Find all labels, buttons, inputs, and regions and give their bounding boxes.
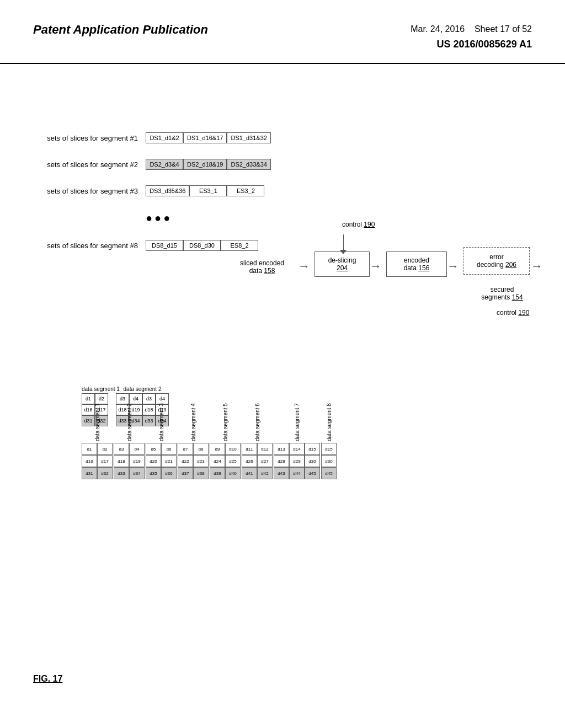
cell-3-0-1: d6 bbox=[161, 443, 177, 455]
ds2-box1: DS2_d3&4 bbox=[146, 159, 183, 170]
encoded-data-box: encodeddata 156 bbox=[386, 251, 447, 277]
cell-6-0-1: d12 bbox=[257, 443, 273, 455]
cell-4-0-0: d7 bbox=[178, 443, 193, 455]
cell-2-0-0: d3 bbox=[114, 443, 129, 455]
page-header: Patent Application Publication Mar. 24, … bbox=[0, 0, 565, 64]
error-decoding-box: errordecoding 206 bbox=[463, 247, 530, 275]
cell-1-2-0: d31 bbox=[82, 467, 97, 479]
slice-row-1: sets of slices for segment #1 DS1_d1&2 D… bbox=[33, 132, 271, 143]
ds1-box2: DS1_d16&17 bbox=[183, 132, 227, 143]
cell-7-1-0: d28 bbox=[274, 455, 289, 467]
row-3-1: d20d21 bbox=[146, 455, 177, 467]
cell-5-1-0: d24 bbox=[210, 455, 225, 467]
segment-label-2: data segment 2 bbox=[126, 397, 132, 441]
cell-7-1-1: d29 bbox=[289, 455, 305, 467]
control-arrow-head bbox=[340, 250, 347, 254]
row-4-2: d37d38 bbox=[178, 467, 209, 479]
cell-2-0-1: d4 bbox=[129, 443, 145, 455]
row-6-0: d11d12 bbox=[242, 443, 273, 455]
cell-6-1-1: d27 bbox=[257, 455, 273, 467]
row-8-0: d15 bbox=[321, 443, 337, 455]
segment-group-8: data segment 8d15d30d45 bbox=[321, 397, 337, 479]
segment-group-6: data segment 6d11d12d26d27d41d42 bbox=[242, 397, 273, 479]
cell-4-2-1: d38 bbox=[193, 467, 209, 479]
row-8-2: d45 bbox=[321, 467, 337, 479]
cell-3-1-0: d20 bbox=[146, 455, 161, 467]
segment-label-7: data segment 7 bbox=[294, 397, 300, 441]
cell-6-0-0: d11 bbox=[242, 443, 257, 455]
cell-7-0-1: d14 bbox=[289, 443, 305, 455]
cell-2-2-0: d33 bbox=[114, 467, 129, 479]
pub-number: US 2016/0085629 A1 bbox=[411, 36, 532, 52]
row-1-0: d1d2 bbox=[82, 443, 113, 455]
slice-label-3: sets of slices for segment #3 bbox=[33, 187, 138, 195]
row-2-2: d33d34 bbox=[114, 467, 145, 479]
ds8-box1: DS8_d15 bbox=[146, 240, 183, 251]
segment-label-8: data segment 8 bbox=[326, 397, 332, 441]
row-3-2: d35d36 bbox=[146, 467, 177, 479]
cell-8-1-0: d30 bbox=[321, 455, 337, 467]
row-1-1: d16d17 bbox=[82, 455, 113, 467]
slice-row-2: sets of slices for segment #2 DS2_d3&4 D… bbox=[33, 159, 271, 170]
publication-title: Patent Application Publication bbox=[33, 22, 208, 38]
cell-5-0-0: d9 bbox=[210, 443, 225, 455]
de-slicing-box: de-slicing204 bbox=[315, 251, 370, 277]
ds3-box3: ES3_2 bbox=[227, 185, 264, 196]
header-info: Mar. 24, 2016 Sheet 17 of 52 US 2016/008… bbox=[411, 22, 532, 52]
slice-label-1: sets of slices for segment #1 bbox=[33, 134, 138, 142]
ds3-box2: ES3_1 bbox=[189, 185, 227, 196]
ds1-box3: DS1_d31&32 bbox=[227, 132, 270, 143]
slice-row-4: sets of slices for segment #8 DS8_d15 DS… bbox=[33, 240, 271, 251]
row-2-0: d3d4 bbox=[114, 443, 145, 455]
cell-1-1-1: d17 bbox=[97, 455, 113, 467]
cell-4-1-1: d23 bbox=[193, 455, 209, 467]
secured-segments-label: securedsegments 154 bbox=[469, 286, 535, 301]
cell-1-0-1: d2 bbox=[97, 443, 113, 455]
row-5-2: d39d40 bbox=[210, 467, 241, 479]
cell-grid-1: d1d2d16d17d31d32 bbox=[82, 443, 113, 479]
cell-6-2-1: d42 bbox=[257, 467, 273, 479]
cell-1-1-0: d16 bbox=[82, 455, 97, 467]
cell-3-2-1: d36 bbox=[161, 467, 177, 479]
cell-8-0-0: d15 bbox=[321, 443, 337, 455]
data-grid: data segment 1d1d2d16d17d31d32data segme… bbox=[82, 397, 337, 479]
left-section: sets of slices for segment #1 DS1_d1&2 D… bbox=[33, 132, 271, 266]
sliced-encoded-label: sliced encodeddata 158 bbox=[229, 259, 295, 275]
ds3-box1: DS3_d35&36 bbox=[146, 185, 189, 196]
arrow-from-error-decoding: → bbox=[531, 259, 543, 274]
row-8-1: d30 bbox=[321, 455, 337, 467]
row-4-1: d22d23 bbox=[178, 455, 209, 467]
cell-grid-8: d15d30d45 bbox=[321, 443, 337, 479]
slice-boxes-4: DS8_d15 DS8_d30 ES8_2 bbox=[146, 240, 258, 251]
segment-label-3: data segment 3 bbox=[158, 397, 164, 441]
cell-6-1-0: d26 bbox=[242, 455, 257, 467]
row-4-0: d7d8 bbox=[178, 443, 209, 455]
cell-grid-5: d9d10d24d25d39d40 bbox=[210, 443, 241, 479]
slice-label-2: sets of slices for segment #2 bbox=[33, 160, 138, 169]
cell-7-2-1: d44 bbox=[289, 467, 305, 479]
cell-grid-7: d13d14d15d28d29d30d43d44d45 bbox=[274, 443, 320, 479]
dots-row: ●●● bbox=[33, 212, 271, 224]
fig-label: FIG. 17 bbox=[33, 674, 62, 684]
cell-4-0-1: d8 bbox=[193, 443, 209, 455]
cell-5-2-1: d40 bbox=[225, 467, 241, 479]
pub-date: Mar. 24, 2016 Sheet 17 of 52 bbox=[411, 22, 532, 36]
segment-group-3: data segment 3d5d6d20d21d35d36 bbox=[146, 397, 177, 479]
ds8-box3: ES8_2 bbox=[221, 240, 258, 251]
cell-3-1-1: d21 bbox=[161, 455, 177, 467]
slice-boxes-3: DS3_d35&36 ES3_1 ES3_2 bbox=[146, 185, 264, 196]
ds8-box2: DS8_d30 bbox=[183, 240, 221, 251]
cell-5-2-0: d39 bbox=[210, 467, 225, 479]
control-arrow-line bbox=[343, 234, 344, 251]
control-top-label: control 190 bbox=[342, 221, 375, 228]
segment-group-2: data segment 2d3d4d18d19d33d34 bbox=[114, 397, 145, 479]
cell-7-0-0: d13 bbox=[274, 443, 289, 455]
ds2-box3: DS2_d33&34 bbox=[227, 159, 270, 170]
cell-5-0-1: d10 bbox=[225, 443, 241, 455]
row-6-1: d26d27 bbox=[242, 455, 273, 467]
segment-group-5: data segment 5d9d10d24d25d39d40 bbox=[210, 397, 241, 479]
cell-2-2-1: d34 bbox=[129, 467, 145, 479]
row-6-2: d41d42 bbox=[242, 467, 273, 479]
row-3-0: d5d6 bbox=[146, 443, 177, 455]
segment-label-4: data segment 4 bbox=[190, 397, 196, 441]
